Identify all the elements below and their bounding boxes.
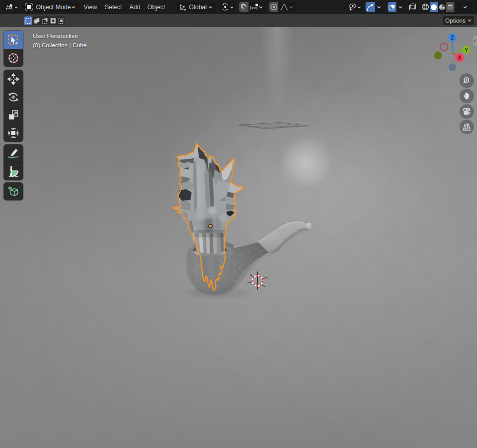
svg-text:Y: Y [465,47,468,53]
svg-text:Z: Z [451,35,454,41]
svg-text:X: X [457,54,461,61]
